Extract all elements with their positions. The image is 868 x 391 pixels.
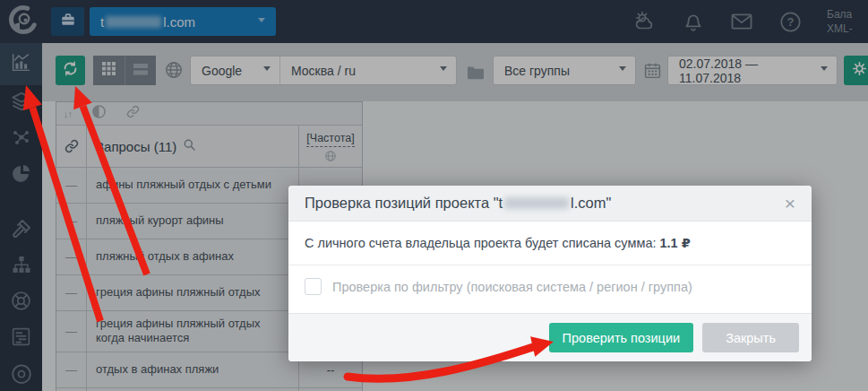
modal-title: Проверка позиций проекта "t l.com" (305, 195, 611, 212)
filter-checkbox[interactable] (305, 278, 322, 295)
modal-body: С личного счета владельца проекта будет … (288, 222, 812, 313)
confirm-check-button[interactable]: Проверить позиции (549, 323, 694, 352)
charge-amount: 1.1 ₽ (660, 236, 691, 250)
app-screen: t l.com (0, 0, 868, 391)
close-icon[interactable]: × (785, 194, 795, 213)
modal-footer: Проверить позиции Закрыть (288, 313, 812, 361)
modal-title-prefix: Проверка позиций проекта "t (305, 195, 503, 212)
filter-checkbox-label: Проверка по фильтру (поисковая система /… (332, 280, 692, 294)
check-positions-modal: Проверка позиций проекта "t l.com" × С л… (288, 186, 812, 361)
modal-header: Проверка позиций проекта "t l.com" × (288, 186, 812, 222)
close-button[interactable]: Закрыть (702, 323, 799, 352)
modal-title-redacted (504, 197, 569, 209)
charge-message: С личного счета владельца проекта будет … (305, 236, 656, 250)
modal-title-suffix: l.com" (571, 195, 611, 212)
